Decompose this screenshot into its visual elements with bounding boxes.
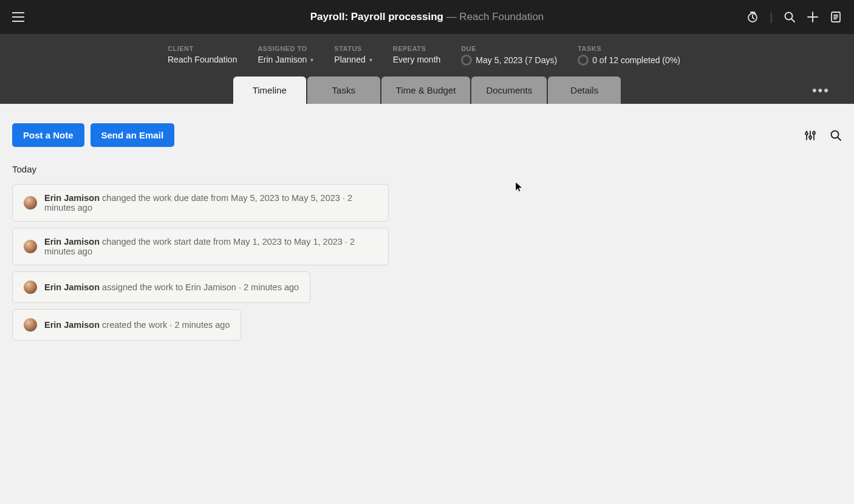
page-title: Payroll: Payroll processing — Reach Foun… <box>310 11 544 23</box>
activity-text: created the work · <box>100 320 174 330</box>
divider: | <box>770 11 773 24</box>
meta-status[interactable]: STATUS Planned▾ <box>334 45 372 66</box>
activity-time: 2 minutes ago <box>244 282 299 292</box>
meta-client-label: CLIENT <box>168 45 237 52</box>
title-suffix: Reach Foundation <box>459 11 544 22</box>
svg-point-4 <box>809 136 811 138</box>
meta-repeats[interactable]: REPEATS Every month <box>393 45 441 66</box>
avatar <box>24 196 37 209</box>
activity-item[interactable]: Erin Jamison created the work · 2 minute… <box>12 309 241 341</box>
activity-actor: Erin Jamison <box>44 193 100 203</box>
search-timeline-icon[interactable] <box>830 129 842 141</box>
svg-point-3 <box>805 132 808 135</box>
meta-assigned-label: ASSIGNED TO <box>258 45 313 52</box>
meta-client[interactable]: CLIENT Reach Foundation <box>168 45 237 66</box>
activity-list: Erin Jamison changed the work due date f… <box>12 184 842 341</box>
activity-item[interactable]: Erin Jamison changed the work due date f… <box>12 184 389 222</box>
tab-tasks[interactable]: Tasks <box>307 77 380 104</box>
meta-repeats-value: Every month <box>393 55 441 64</box>
chevron-down-icon: ▾ <box>310 56 313 63</box>
meta-row: CLIENT Reach Foundation ASSIGNED TO Erin… <box>12 45 842 77</box>
activity-actor: Erin Jamison <box>44 237 100 247</box>
title-prefix: Payroll: Payroll processing <box>310 11 443 22</box>
meta-tasks-value: 0 of 12 completed (0%) <box>592 55 680 65</box>
more-icon[interactable]: ••• <box>812 83 830 98</box>
meta-due[interactable]: DUE May 5, 2023 (7 Days) <box>461 45 557 66</box>
activity-time: 2 minutes ago <box>174 320 230 330</box>
tab-time-budget[interactable]: Time & Budget <box>381 77 471 104</box>
avatar <box>24 240 37 253</box>
meta-tasks-label: TASKS <box>578 45 680 52</box>
activity-text: assigned the work to Erin Jamison · <box>100 282 244 292</box>
meta-bar: CLIENT Reach Foundation ASSIGNED TO Erin… <box>0 34 854 104</box>
svg-point-5 <box>813 132 815 134</box>
tab-details[interactable]: Details <box>548 77 621 104</box>
meta-status-label: STATUS <box>334 45 372 52</box>
filter-icon[interactable] <box>804 129 816 141</box>
meta-assigned-value: Erin Jamison <box>258 55 307 64</box>
tabs-row: Timeline Tasks Time & Budget Documents D… <box>12 77 842 104</box>
due-indicator-icon <box>461 55 472 66</box>
timer-icon[interactable] <box>746 11 759 23</box>
activity-actor: Erin Jamison <box>44 320 100 330</box>
tab-timeline[interactable]: Timeline <box>233 77 306 104</box>
activity-text: changed the work due date from May 5, 20… <box>100 193 347 203</box>
notes-icon[interactable] <box>830 11 842 23</box>
search-icon[interactable] <box>784 11 796 23</box>
send-email-button[interactable]: Send an Email <box>91 123 175 147</box>
top-bar: Payroll: Payroll processing — Reach Foun… <box>0 0 854 34</box>
activity-actor: Erin Jamison <box>44 282 100 292</box>
tasks-progress-icon <box>578 55 589 66</box>
avatar <box>24 318 37 332</box>
activity-text: changed the work start date from May 1, … <box>100 237 350 247</box>
post-note-button[interactable]: Post a Note <box>12 123 84 147</box>
menu-icon[interactable] <box>12 12 24 22</box>
tab-documents[interactable]: Documents <box>471 77 547 104</box>
avatar <box>24 281 37 294</box>
meta-repeats-label: REPEATS <box>393 45 441 52</box>
meta-tasks[interactable]: TASKS 0 of 12 completed (0%) <box>578 45 680 66</box>
timeline-section-label: Today <box>12 164 842 174</box>
actions-row: Post a Note Send an Email <box>12 123 842 147</box>
activity-item[interactable]: Erin Jamison changed the work start date… <box>12 228 389 265</box>
meta-due-value: May 5, 2023 (7 Days) <box>476 55 557 65</box>
activity-item[interactable]: Erin Jamison assigned the work to Erin J… <box>12 271 310 303</box>
meta-client-value: Reach Foundation <box>168 55 237 64</box>
top-right-actions: | <box>746 11 842 24</box>
title-connector: — <box>443 11 459 22</box>
content-area: Post a Note Send an Email Today Erin Jam… <box>0 104 854 500</box>
meta-due-label: DUE <box>461 45 557 52</box>
add-icon[interactable] <box>807 11 819 23</box>
chevron-down-icon: ▾ <box>369 56 372 63</box>
meta-status-value: Planned <box>334 55 365 64</box>
meta-assigned[interactable]: ASSIGNED TO Erin Jamison▾ <box>258 45 313 66</box>
